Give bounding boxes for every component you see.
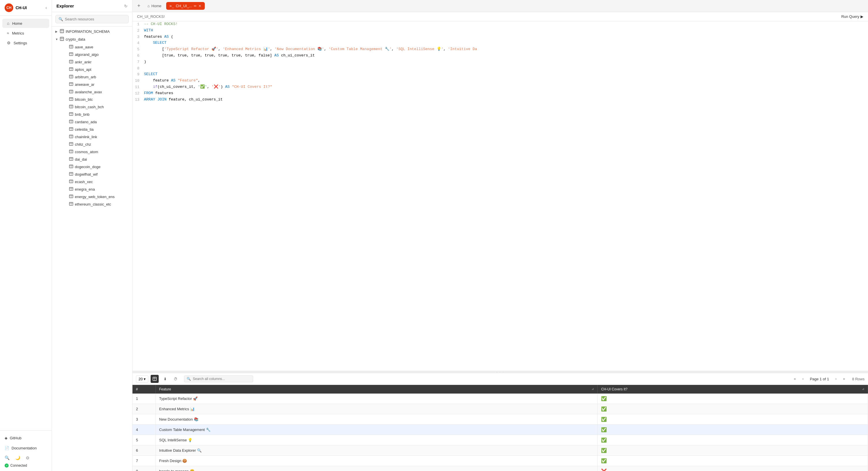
sidebar-docs-link[interactable]: 📄 Documentation <box>5 444 47 452</box>
tab-edit-icon[interactable]: ✏ <box>194 4 197 8</box>
tree-item-enegra[interactable]: ▶ enegra_ena ⋮ <box>52 185 132 193</box>
sidebar-github-link[interactable]: ◈ GitHub <box>5 434 47 442</box>
tree-item-ankr[interactable]: ▶ ankr_ankr ⋮ <box>52 58 132 66</box>
table-header-row: # Feature ⊿ CH-UI Covers It? ⊿ <box>132 385 868 394</box>
table-row: 1 TypeScript Refactor 🚀 ✅ <box>132 394 868 404</box>
tree-item-info-schema[interactable]: ▶ INFORMATION_SCHEMA ⋮ <box>52 28 132 35</box>
column-search-input[interactable] <box>193 377 251 381</box>
tree-item-celestia[interactable]: ▶ celestia_tia ⋮ <box>52 126 132 133</box>
search-bottom-icon[interactable]: 🔍 <box>5 456 9 460</box>
tree-item-aave[interactable]: ▶ aave_aave ⋮ <box>52 43 132 51</box>
tree-item-arbitrum[interactable]: ▶ arbitrum_arb ⋮ <box>52 73 132 81</box>
tree-item-bnb[interactable]: ▶ bnb_bnb ⋮ <box>52 111 132 118</box>
cell-num-8: 8 <box>132 466 156 471</box>
cell-num-5: 5 <box>132 435 156 445</box>
run-query-button[interactable]: Run Query ▶ <box>841 14 863 19</box>
code-line-7: 7 ) <box>132 59 868 65</box>
sidebar-item-settings[interactable]: ⚙ Settings <box>2 38 49 48</box>
explorer-search-input[interactable] <box>65 17 126 21</box>
explorer-header: Explorer ↻ <box>52 0 132 12</box>
tree-item-ecash[interactable]: ▶ ecash_xec ⋮ <box>52 178 132 185</box>
query-area: CH_UI_ROCKS! Run Query ▶ 1 -- CH-UI ROCK… <box>132 12 868 471</box>
info-button[interactable]: ⏱ <box>172 375 179 383</box>
editor-results-divider[interactable]: · · · <box>132 371 868 373</box>
tree-item-dai[interactable]: ▶ dai_dai ⋮ <box>52 155 132 163</box>
tree-item-cosmos[interactable]: ▶ cosmos_atom ⋮ <box>52 148 132 155</box>
sidebar-collapse-button[interactable]: ‹ <box>45 5 47 10</box>
tree-item-cardano[interactable]: ▶ cardano_ada ⋮ <box>52 118 132 126</box>
tree-item-bitcoin-cash[interactable]: ▶ bitcoin_cash_bch ⋮ <box>52 103 132 111</box>
tree-item-bitcoin[interactable]: ▶ bitcoin_btc ⋮ <box>52 96 132 103</box>
tree-item-dogecoin[interactable]: ▶ dogecoin_doge ⋮ <box>52 163 132 170</box>
table-icon-bitcoin-cash <box>69 105 73 109</box>
rows-per-page-select[interactable]: 20 ▾ <box>136 375 148 383</box>
tree-item-algorand[interactable]: ▶ algorand_algo ⋮ <box>52 51 132 58</box>
tree-item-energy-web[interactable]: ▶ energy_web_token_ens ⋮ <box>52 193 132 200</box>
code-line-1: 1 -- CH-UI ROCKS! <box>132 21 868 28</box>
feature-filter-icon[interactable]: ⊿ <box>592 387 594 390</box>
tree-label-arbitrum: arbitrum_arb <box>75 75 125 79</box>
table-row: 8 hassle to manage 🥴 ❌ <box>132 466 868 471</box>
prev-page-button[interactable]: ‹ <box>800 375 806 382</box>
table-row: 6 Intuitive Data Explorer 🔍 ✅ <box>132 445 868 456</box>
first-page-button[interactable]: « <box>792 375 798 382</box>
table-icon-avalanche <box>69 90 73 94</box>
explorer-search-wrap: 🔍 <box>55 15 129 23</box>
tree-item-arweave[interactable]: ▶ arweave_ar ⋮ <box>52 81 132 88</box>
schema-icon-info <box>60 29 64 34</box>
tree-item-ethereum-classic[interactable]: ▶ ethereum_classic_etc ⋮ <box>52 200 132 208</box>
tree-item-chiliz[interactable]: ▶ chiliz_chz ⋮ <box>52 140 132 148</box>
sidebar-item-home[interactable]: ⌂ Home <box>2 19 49 28</box>
tree-toggle-info-schema[interactable]: ▶ <box>55 30 60 33</box>
tree-item-dogwifhat[interactable]: ▶ dogwifhat_wif ⋮ <box>52 170 132 178</box>
theme-toggle-icon[interactable]: 🌙 <box>15 456 20 460</box>
cell-covers-8: ❌ <box>597 466 868 471</box>
settings-icon: ⚙ <box>7 40 11 45</box>
tree-item-avalanche[interactable]: ▶ avalanche_avax ⋮ <box>52 88 132 96</box>
tabs-bar: + ⌂ Home >_ CH_UI_... ✏ ✕ <box>132 0 868 12</box>
tree-toggle-crypto-data[interactable]: ▼ <box>55 38 60 41</box>
page-info-label: Page 1 of 1 <box>808 377 831 381</box>
table-view-button[interactable] <box>151 375 159 383</box>
export-button[interactable]: ⬇ <box>161 375 169 383</box>
tab-add-button[interactable]: + <box>135 2 143 10</box>
code-editor[interactable]: 1 -- CH-UI ROCKS! 2 WITH 3 features AS (… <box>132 21 868 371</box>
cell-covers-1: ✅ <box>597 394 868 404</box>
table-icon-chainlink <box>69 135 73 139</box>
explorer-refresh-button[interactable]: ↻ <box>124 4 128 8</box>
tree-label-ankr: ankr_ankr <box>75 60 125 64</box>
tree-item-crypto-data[interactable]: ▼ crypto_data ⋮ <box>52 35 132 43</box>
col-header-feature: Feature ⊿ <box>156 385 597 394</box>
cell-covers-4: ✅ <box>597 425 868 435</box>
tree-item-aptos[interactable]: ▶ aptos_apt ⋮ <box>52 66 132 73</box>
results-table-body: 1 TypeScript Refactor 🚀 ✅ 2 Enhanced Met… <box>132 394 868 471</box>
sidebar-logo: CH CH-UI ‹ <box>0 0 52 16</box>
table-icon-arbitrum <box>69 75 73 79</box>
tree-item-chainlink[interactable]: ▶ chainlink_link ⋮ <box>52 133 132 140</box>
tree-tables-container: ▶ aave_aave ⋮ ▶ algorand_algo ⋮ ▶ ankr_a… <box>52 43 132 208</box>
tab-home[interactable]: ⌂ Home <box>144 2 165 10</box>
explorer-title: Explorer <box>57 3 74 8</box>
tab-ch-ui-rocks[interactable]: >_ CH_UI_... ✏ ✕ <box>166 2 205 10</box>
next-page-button[interactable]: › <box>833 375 839 382</box>
check-icon: ✅ <box>601 427 607 432</box>
rows-per-page-chevron: ▾ <box>144 377 146 381</box>
cell-num-6: 6 <box>132 445 156 456</box>
tree-label-dai: dai_dai <box>75 157 125 161</box>
table-icon-ecash <box>69 180 73 184</box>
user-icon[interactable]: ⊙ <box>26 456 29 460</box>
covers-filter-icon[interactable]: ⊿ <box>862 387 864 390</box>
feature-col-label: Feature <box>159 387 171 391</box>
table-row: 2 Enhanced Metrics 📊 ✅ <box>132 404 868 414</box>
tree-label-bitcoin: bitcoin_btc <box>75 97 125 102</box>
tree-label-bnb: bnb_bnb <box>75 112 125 117</box>
check-icon: ✅ <box>601 458 607 463</box>
code-line-2: 2 WITH <box>132 28 868 34</box>
code-line-3: 3 features AS ( <box>132 34 868 40</box>
code-line-4: 4 SELECT <box>132 40 868 46</box>
table-icon-cardano <box>69 120 73 124</box>
sidebar-item-metrics[interactable]: ≈ Metrics <box>2 29 49 38</box>
last-page-button[interactable]: » <box>841 375 847 382</box>
tab-close-button[interactable]: ✕ <box>198 4 201 8</box>
sidebar: CH CH-UI ‹ ⌂ Home ≈ Metrics ⚙ Settings ◈… <box>0 0 52 471</box>
